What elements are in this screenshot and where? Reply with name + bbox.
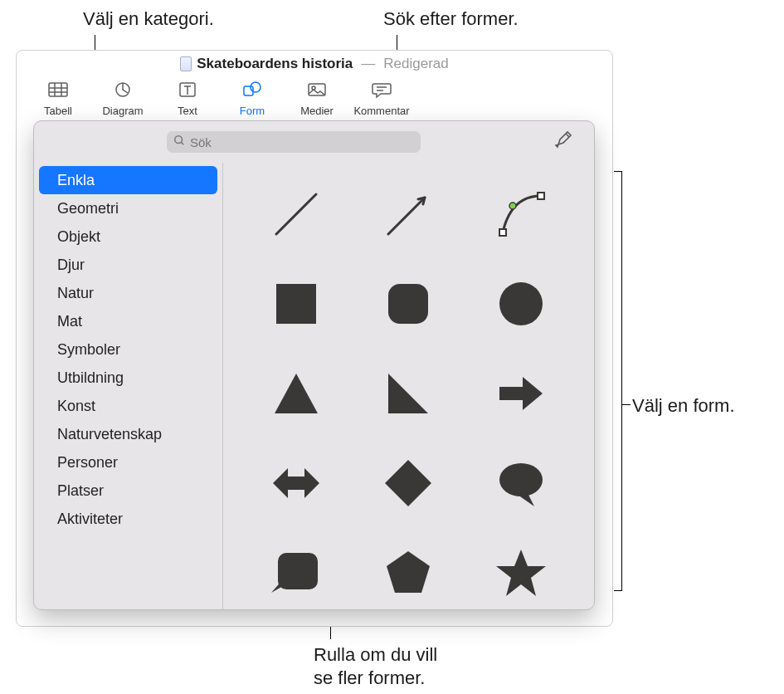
text-button[interactable]: Text	[156, 77, 219, 120]
svg-point-13	[499, 282, 543, 325]
search-field[interactable]	[167, 131, 421, 153]
table-icon	[47, 81, 69, 102]
category-list: Enkla Geometri Objekt Djur Natur Mat Sym…	[34, 163, 223, 609]
svg-point-10	[509, 203, 516, 209]
svg-point-14	[499, 463, 543, 496]
category-item-personer[interactable]: Personer	[39, 448, 217, 477]
search-row	[34, 121, 594, 163]
bracket	[614, 171, 622, 591]
tool-label: Tabell	[44, 105, 72, 117]
category-item-konst[interactable]: Konst	[39, 392, 217, 420]
toolbar: Tabell Diagram Text Form Medier	[17, 77, 612, 127]
callout-line	[622, 404, 631, 405]
shape-star[interactable]	[465, 528, 577, 609]
shape-square[interactable]	[240, 259, 353, 349]
edited-label: Redigerad	[383, 56, 448, 72]
callout-search-shapes: Sök efter former.	[383, 7, 519, 31]
category-item-mat[interactable]: Mat	[39, 307, 217, 335]
callout-scroll-more: Rulla om du vill se fler former.	[314, 643, 437, 689]
document-icon	[180, 56, 192, 71]
draw-shape-button[interactable]	[551, 130, 577, 154]
category-item-symboler[interactable]: Symboler	[39, 335, 217, 364]
tool-label: Text	[178, 105, 197, 117]
media-icon	[306, 81, 328, 102]
shape-curve[interactable]	[465, 169, 577, 259]
shape-rounded-square[interactable]	[353, 259, 465, 349]
media-button[interactable]: Medier	[285, 77, 348, 120]
titlebar: Skateboardens historia — Redigerad	[17, 51, 612, 77]
search-icon	[173, 134, 185, 149]
shape-diamond[interactable]	[353, 438, 465, 528]
callout-choose-category: Välj en kategori.	[83, 7, 214, 31]
shape-right-triangle[interactable]	[353, 349, 465, 438]
shape-grid	[223, 163, 594, 609]
category-item-aktiviteter[interactable]: Aktiviteter	[39, 505, 217, 533]
svg-rect-9	[538, 193, 544, 199]
svg-point-7	[175, 136, 183, 144]
shape-triangle[interactable]	[240, 349, 353, 438]
category-item-natur[interactable]: Natur	[39, 279, 217, 307]
text-icon	[177, 81, 198, 102]
chart-button[interactable]: Diagram	[91, 77, 154, 120]
tool-label: Medier	[300, 105, 334, 117]
tool-label: Kommentar	[353, 105, 409, 117]
callout-choose-shape: Välj en form.	[632, 394, 735, 418]
category-item-djur[interactable]: Djur	[39, 251, 217, 279]
category-item-platser[interactable]: Platser	[39, 477, 217, 505]
document-title: Skateboardens historia	[197, 56, 353, 72]
category-item-naturvetenskap[interactable]: Naturvetenskap	[39, 420, 217, 448]
category-item-objekt[interactable]: Objekt	[39, 222, 217, 251]
comment-button[interactable]: Kommentar	[350, 77, 413, 120]
comment-icon	[371, 81, 392, 102]
svg-point-4	[251, 82, 261, 92]
shape-double-arrow[interactable]	[240, 438, 353, 528]
svg-rect-11	[276, 284, 316, 324]
shape-icon	[241, 81, 263, 102]
category-item-geometri[interactable]: Geometri	[39, 194, 217, 222]
svg-rect-12	[388, 284, 428, 324]
pen-icon	[554, 130, 574, 154]
shape-button[interactable]: Form	[221, 77, 284, 120]
table-button[interactable]: Tabell	[27, 77, 90, 120]
shape-arrow-line[interactable]	[353, 169, 465, 259]
shape-line[interactable]	[240, 169, 353, 259]
shape-speech-bubble[interactable]	[465, 438, 577, 528]
shape-pentagon[interactable]	[353, 528, 465, 609]
shape-circle[interactable]	[465, 259, 577, 349]
search-input[interactable]	[190, 135, 414, 149]
svg-rect-8	[499, 229, 506, 236]
chart-icon	[112, 81, 134, 102]
shapes-popover: Enkla Geometri Objekt Djur Natur Mat Sym…	[33, 120, 595, 610]
category-item-utbildning[interactable]: Utbildning	[39, 364, 217, 392]
title-separator: —	[361, 56, 375, 72]
tool-label: Form	[240, 105, 265, 117]
shape-callout-box[interactable]	[240, 528, 353, 609]
tool-label: Diagram	[102, 105, 143, 117]
svg-rect-15	[278, 553, 318, 589]
svg-rect-0	[49, 83, 67, 96]
shape-arrow-right[interactable]	[465, 349, 577, 438]
category-item-enkla[interactable]: Enkla	[39, 166, 217, 194]
